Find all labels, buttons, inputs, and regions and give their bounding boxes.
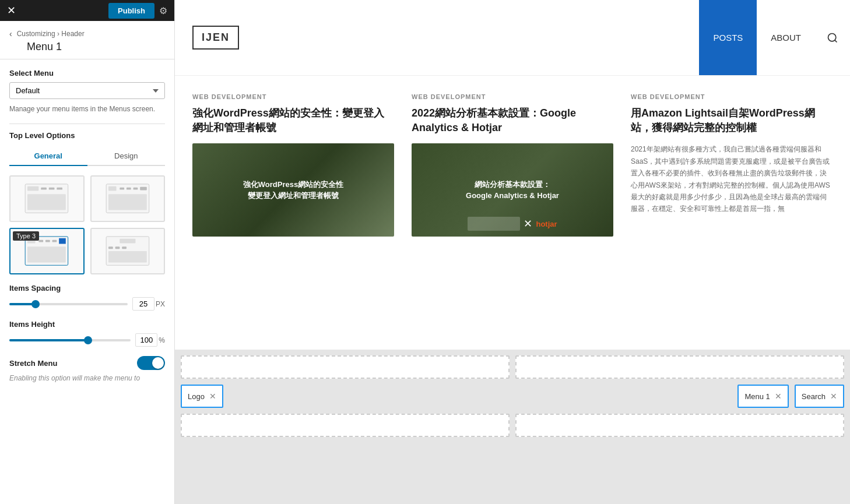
site-nav: POSTS ABOUT: [699, 0, 850, 75]
settings-button[interactable]: ⚙: [159, 5, 167, 16]
layout-grid: Type 3: [9, 175, 165, 274]
items-height-row: %: [9, 333, 165, 347]
select-menu-section: Select Menu Default Manage your menu ite…: [9, 69, 165, 114]
items-spacing-label: Items Spacing: [9, 284, 165, 292]
svg-rect-7: [108, 186, 117, 191]
select-menu-dropdown[interactable]: Default: [9, 82, 165, 99]
items-spacing-unit: PX: [156, 300, 165, 308]
post-card-1: WEB DEVELOPMENT 強化WordPress網站的安全性：變更登入網址…: [192, 93, 394, 244]
site-logo-area: IJEN: [175, 0, 257, 75]
svg-line-27: [835, 40, 837, 42]
tab-design[interactable]: Design: [87, 147, 166, 166]
svg-rect-24: [122, 247, 127, 249]
panel-content: Select Menu Default Manage your menu ite…: [0, 59, 174, 504]
svg-point-26: [828, 33, 836, 41]
widget-logo-slot[interactable]: Logo ✕: [181, 385, 223, 408]
type3-tooltip: Type 3: [13, 231, 39, 241]
tabs-row: General Design: [9, 147, 165, 166]
post-category-1: WEB DEVELOPMENT: [192, 93, 394, 100]
widget-search-slot[interactable]: Search ✕: [795, 385, 844, 408]
nav-posts[interactable]: POSTS: [699, 0, 757, 75]
items-spacing-input[interactable]: [132, 297, 154, 311]
widget-row-filled: Logo ✕ Menu 1 ✕ Search ✕: [181, 385, 844, 408]
post-category-2: WEB DEVELOPMENT: [412, 93, 613, 100]
stretch-menu-section: Stretch Menu Enabling this option will m…: [9, 356, 165, 383]
widget-logo-label: Logo: [188, 392, 205, 401]
publish-area: Publish ⚙: [108, 3, 167, 19]
post-card-2: WEB DEVELOPMENT 2022網站分析基本款設置：Google Ana…: [412, 93, 613, 244]
post-card-3: WEB DEVELOPMENT 用Amazon Lightsail自架WordP…: [631, 93, 833, 244]
svg-rect-10: [133, 188, 138, 190]
widget-menu1-slot[interactable]: Menu 1 ✕: [737, 385, 788, 408]
left-panel: ✕ Publish ⚙ ‹ Customizing › Header Menu …: [0, 0, 175, 504]
svg-rect-3: [49, 188, 55, 190]
svg-rect-9: [127, 188, 131, 190]
widget-logo-close[interactable]: ✕: [209, 392, 216, 401]
posts-section: WEB DEVELOPMENT 強化WordPress網站的安全性：變更登入網址…: [175, 76, 850, 261]
post-title-2: 2022網站分析基本款設置：Google Analytics & Hotjar: [412, 106, 613, 135]
nav-about[interactable]: ABOUT: [757, 0, 815, 75]
items-spacing-track[interactable]: [9, 303, 128, 305]
svg-rect-19: [27, 247, 66, 263]
items-height-fill: [9, 339, 88, 341]
items-height-value-box: %: [135, 333, 165, 347]
post-image-1: 強化WordPress網站的安全性變更登入網址和管理者帳號: [192, 143, 394, 237]
items-height-label: Items Height: [9, 320, 165, 329]
svg-rect-18: [59, 238, 66, 244]
select-menu-label: Select Menu: [9, 69, 165, 77]
layout-thumb-4[interactable]: [90, 228, 166, 274]
widget-search-close[interactable]: ✕: [830, 392, 837, 401]
svg-rect-4: [57, 188, 63, 190]
widget-bottom-slot-2: [515, 414, 844, 437]
items-spacing-section: Items Spacing PX: [9, 284, 165, 311]
svg-rect-21: [120, 239, 135, 244]
svg-rect-15: [39, 240, 44, 242]
nav-search-icon[interactable]: [815, 0, 850, 75]
top-bar: ✕ Publish ⚙: [0, 0, 174, 21]
items-spacing-thumb[interactable]: [31, 300, 40, 308]
stretch-menu-label: Stretch Menu: [9, 359, 57, 368]
layout-thumb-1[interactable]: [9, 175, 85, 222]
items-height-input[interactable]: [135, 333, 157, 347]
stretch-menu-description: Enabling this option will make the menu …: [9, 373, 165, 383]
svg-rect-5: [27, 195, 66, 210]
right-panel: IJEN POSTS ABOUT: [175, 0, 850, 504]
widget-middle-slot: [229, 385, 732, 408]
post-title-3: 用Amazon Lightsail自架WordPress網站，獲得網站完整的控制…: [631, 106, 833, 135]
publish-button[interactable]: Publish: [108, 3, 154, 19]
post-image-2: 網站分析基本款設置：Google Analytics & Hotjar ✕ ho…: [412, 143, 613, 237]
manage-text: Manage your menu items in the Menus scre…: [9, 104, 165, 114]
widget-menu1-label: Menu 1: [744, 392, 770, 401]
widget-area: Logo ✕ Menu 1 ✕ Search ✕: [175, 350, 850, 443]
section-heading: Top Level Options: [9, 131, 165, 140]
close-button[interactable]: ✕: [7, 4, 16, 17]
items-height-thumb[interactable]: [84, 336, 92, 344]
layout-thumb-3[interactable]: Type 3: [9, 228, 85, 274]
panel-title: Menu 1: [9, 41, 165, 53]
widget-bottom-slot-1: [181, 414, 510, 437]
svg-rect-8: [120, 188, 124, 190]
breadcrumb-area: ‹ Customizing › Header Menu 1: [0, 21, 174, 59]
site-logo: IJEN: [192, 26, 239, 50]
svg-rect-16: [45, 240, 50, 242]
widget-row-bottom: [181, 414, 844, 437]
tab-general[interactable]: General: [9, 147, 87, 166]
svg-rect-11: [140, 187, 147, 191]
widget-menu1-close[interactable]: ✕: [775, 392, 782, 401]
post-excerpt-3: 2021年架網站有很多種方式，我自己嘗試過各種雲端伺服器和SaaS，其中遇到許多…: [631, 143, 833, 214]
stretch-menu-toggle[interactable]: [137, 356, 165, 370]
items-height-track[interactable]: [9, 339, 131, 341]
breadcrumb: ‹ Customizing › Header: [9, 29, 165, 38]
widget-search-label: Search: [802, 392, 826, 401]
items-height-unit: %: [159, 336, 165, 344]
svg-rect-25: [108, 251, 147, 262]
hotjar-brands: ✕ hotjar: [412, 217, 613, 231]
items-spacing-row: PX: [9, 297, 165, 311]
stretch-menu-row: Stretch Menu: [9, 356, 165, 370]
breadcrumb-path: Customizing › Header: [17, 30, 85, 38]
layout-thumb-2[interactable]: [90, 175, 166, 222]
widget-slot-empty-1: [181, 355, 510, 379]
hotjar-logo: hotjar: [536, 220, 557, 228]
top-level-section: Top Level Options General Design: [9, 131, 165, 383]
back-button[interactable]: ‹: [9, 29, 12, 38]
